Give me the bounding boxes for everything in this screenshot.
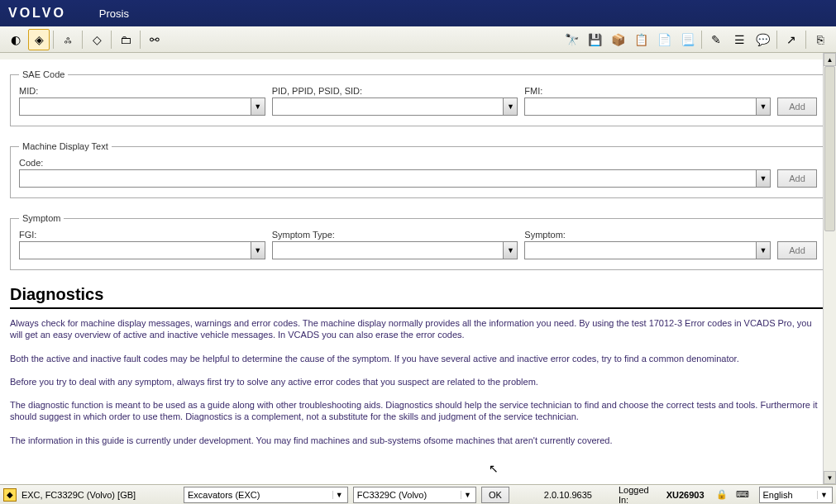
exit-icon[interactable]: ⎘: [810, 29, 831, 50]
vertical-scrollbar[interactable]: ▲ ▼: [823, 53, 836, 484]
chevron-down-icon[interactable]: ▼: [461, 491, 474, 499]
toolbar-separator: [53, 31, 54, 49]
edit-icon[interactable]: ✎: [705, 29, 727, 50]
language-select[interactable]: English ▼: [759, 487, 834, 503]
toolbar-separator: [776, 31, 777, 49]
fmi-input[interactable]: [524, 97, 756, 116]
model-select[interactable]: FC3329C (Volvo) ▼: [353, 487, 476, 503]
pid-label: PID, PPID, PSID, SID:: [272, 86, 518, 96]
mid-label: MID:: [19, 86, 265, 96]
symptom-type-input[interactable]: [272, 241, 504, 259]
symptom-type-dropdown-icon[interactable]: ▼: [503, 241, 518, 259]
diagnostics-text: Always check for machine display message…: [10, 317, 826, 446]
model-value: FC3329C (Volvo): [357, 490, 427, 500]
scroll-down-icon[interactable]: ▼: [824, 471, 836, 484]
fgi-dropdown-icon[interactable]: ▼: [251, 241, 265, 259]
status-warning-icon: ◆: [3, 488, 17, 502]
chevron-down-icon[interactable]: ▼: [332, 491, 346, 499]
folder-icon[interactable]: 🗀: [115, 29, 136, 50]
code-dropdown-icon[interactable]: ▼: [756, 169, 771, 188]
fgi-label: FGI:: [19, 230, 265, 240]
symptom-type-label: Symptom Type:: [272, 230, 518, 240]
toolbar-separator: [805, 31, 806, 49]
machine-display-text-group: Machine Display Text Code: ▼ Add: [10, 141, 826, 198]
symptom-input[interactable]: [524, 241, 756, 259]
paste-icon[interactable]: 📄: [653, 29, 675, 50]
sae-legend: SAE Code: [19, 69, 68, 79]
scroll-up-icon[interactable]: ▲: [824, 53, 836, 66]
scroll-thumb[interactable]: [824, 66, 835, 231]
chat-icon[interactable]: 💬: [752, 29, 773, 50]
mid-dropdown-icon[interactable]: ▼: [251, 97, 265, 116]
toolbar-separator: [140, 31, 141, 49]
language-value: English: [763, 490, 793, 500]
link-icon[interactable]: ⚯: [144, 29, 165, 50]
symptom-legend: Symptom: [19, 213, 64, 223]
machine-path: EXC, FC3329C (Volvo) [GB]: [21, 490, 179, 500]
symptom-add-button[interactable]: Add: [777, 241, 817, 259]
mdt-add-button[interactable]: Add: [777, 169, 817, 188]
fmi-dropdown-icon[interactable]: ▼: [756, 97, 771, 116]
chevron-down-icon[interactable]: ▼: [817, 491, 830, 499]
lock-icon: 🔒: [716, 489, 728, 500]
main-toolbar: ◐◈ஃ◇🗀⚯ 🔭💾📦📋📄📃✎☰💬↗⎘: [0, 26, 836, 53]
save-clip-icon[interactable]: 💾: [584, 29, 605, 50]
toolbar-separator: [82, 31, 83, 49]
page-icon[interactable]: 📃: [676, 29, 698, 50]
toolbar-separator: [701, 31, 702, 49]
category-select[interactable]: Excavators (EXC) ▼: [184, 487, 348, 503]
scroll-track[interactable]: [824, 66, 836, 471]
pid-dropdown-icon[interactable]: ▼: [503, 97, 518, 116]
ok-button[interactable]: OK: [481, 487, 509, 503]
pid-input[interactable]: [272, 97, 504, 116]
sae-add-button[interactable]: Add: [777, 97, 817, 116]
status-bar: ◆ EXC, FC3329C (Volvo) [GB] Excavators (…: [0, 484, 836, 504]
symptom-dropdown-icon[interactable]: ▼: [756, 241, 771, 259]
category-value: Excavators (EXC): [188, 490, 260, 500]
diag-p5: The information in this guide is current…: [10, 435, 826, 446]
sae-code-group: SAE Code MID: ▼ PID, PPID, PSID, SID: ▼ …: [10, 69, 826, 126]
keyboard-icon[interactable]: ⌨: [736, 489, 749, 500]
mid-input[interactable]: [19, 97, 251, 116]
fgi-input[interactable]: [19, 241, 251, 259]
binoculars-icon[interactable]: 🔭: [561, 29, 582, 50]
form-icon[interactable]: ☰: [729, 29, 750, 50]
diag-p2: Both the active and inactive fault codes…: [10, 353, 826, 364]
export-icon[interactable]: ↗: [781, 29, 802, 50]
app-name: Prosis: [99, 7, 129, 20]
content-area: SAE Code MID: ▼ PID, PPID, PSID, SID: ▼ …: [0, 53, 836, 484]
diag-p4: The diagnostic function is meant to be u…: [10, 399, 826, 423]
nav-cube-yellow-icon[interactable]: ◈: [28, 29, 50, 50]
code-label: Code:: [19, 158, 771, 168]
diagnostics-title: Diagnostics: [10, 285, 826, 309]
copy-out-icon[interactable]: 📋: [630, 29, 652, 50]
app-header: VOLVO Prosis: [0, 0, 836, 26]
mdt-legend: Machine Display Text: [19, 141, 112, 151]
symptom-group: Symptom FGI: ▼ Symptom Type: ▼ Symptom: …: [10, 213, 826, 270]
tree-icon[interactable]: ஃ: [57, 29, 79, 50]
code-input[interactable]: [19, 169, 756, 188]
logged-in-user: XU26903: [666, 490, 705, 500]
logged-in-label: Logged In:: [619, 485, 662, 505]
toolbar-separator: [111, 31, 112, 49]
nav-prev-icon[interactable]: ◐: [5, 29, 26, 50]
volvo-logo: VOLVO: [8, 6, 66, 21]
box-icon[interactable]: 📦: [607, 29, 628, 50]
cube-blue-icon[interactable]: ◇: [86, 29, 107, 50]
diag-p1: Always check for machine display message…: [10, 317, 826, 341]
fmi-label: FMI:: [524, 86, 771, 96]
version-text: 2.0.10.9635: [544, 490, 592, 500]
symptom-label: Symptom:: [524, 230, 771, 240]
diag-p3: Before you try to deal with any symptom,…: [10, 376, 826, 388]
